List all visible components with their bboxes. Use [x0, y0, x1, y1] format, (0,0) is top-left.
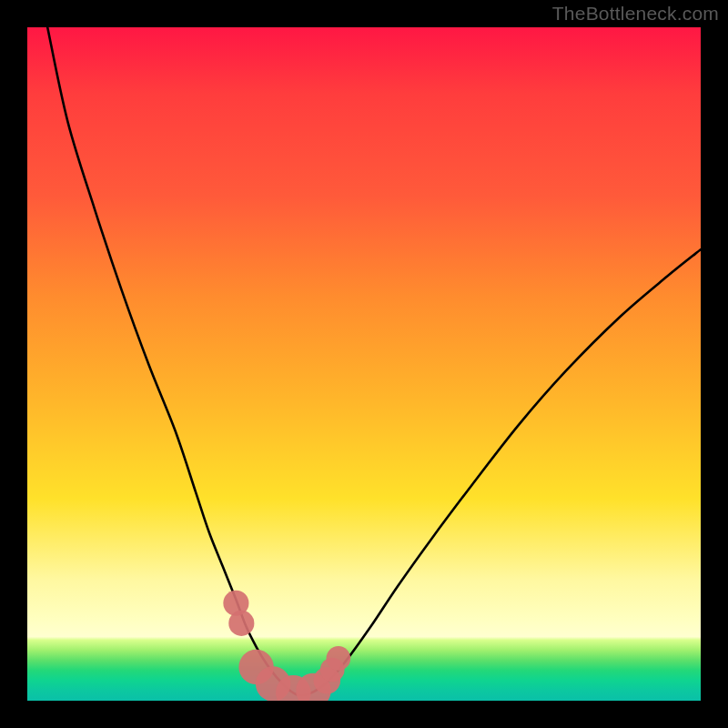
watermark-text: TheBottleneck.com — [552, 3, 719, 25]
curves-svg — [27, 27, 701, 701]
bottleneck-curve — [47, 27, 701, 695]
plot-area — [27, 27, 701, 701]
chart-frame: TheBottleneck.com — [0, 0, 728, 728]
curve-marker — [228, 611, 254, 636]
curve-markers — [223, 591, 350, 701]
curve-path — [47, 27, 701, 695]
curve-marker — [327, 646, 351, 671]
